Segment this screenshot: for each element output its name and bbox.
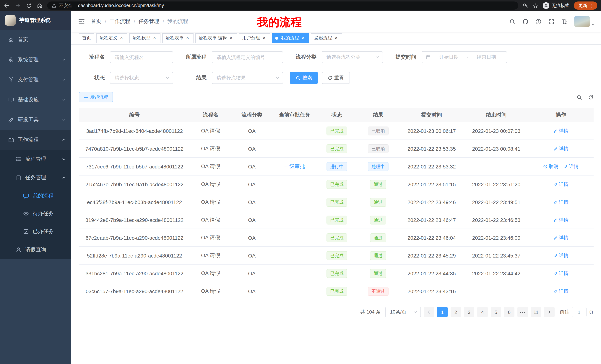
detail-link[interactable]: 详情 xyxy=(553,217,569,223)
sidebar-item-workflow[interactable]: 工作流程 xyxy=(0,130,71,150)
tab-home[interactable]: 首页 xyxy=(79,33,94,43)
status-tag: 已完成 xyxy=(327,215,347,224)
sidebar-item-devtools[interactable]: 研发工具 xyxy=(0,110,71,130)
breadcrumb-item[interactable]: 首页 xyxy=(91,18,101,25)
submit-time-range-picker[interactable]: 开始日期 - 结束日期 xyxy=(421,51,507,63)
app-logo[interactable]: 芋道管理系统 xyxy=(0,11,71,30)
create-process-button[interactable]: 发起流程 xyxy=(79,92,113,102)
toggle-search-icon[interactable] xyxy=(576,95,582,100)
detail-link[interactable]: 详情 xyxy=(553,252,569,259)
page-button-6[interactable]: 6 xyxy=(504,307,514,317)
page-button-1[interactable]: 1 xyxy=(437,307,448,317)
sidebar-item-task-mgmt[interactable]: 任务管理 xyxy=(0,168,71,187)
tab-close-icon[interactable] xyxy=(119,35,124,41)
page-button-2[interactable]: 2 xyxy=(451,307,461,317)
current-task-link[interactable]: 一级审批 xyxy=(284,163,305,169)
page-button-5[interactable]: 5 xyxy=(491,307,501,317)
sidebar-item-system-mgmt[interactable]: 系统管理 xyxy=(0,50,71,70)
chevron-left-icon xyxy=(427,310,431,314)
filter-label-category: 流程分类 xyxy=(290,54,316,60)
sidebar-item-my-process[interactable]: 我的流程 xyxy=(0,187,71,205)
browser-home-icon[interactable] xyxy=(37,3,43,9)
result-select[interactable]: 请选择流结果 xyxy=(212,72,283,84)
font-size-icon[interactable] xyxy=(561,18,568,25)
sidebar-item-done-tasks[interactable]: 已办任务 xyxy=(0,223,71,240)
process-definition-input[interactable] xyxy=(212,51,283,63)
cell-submit-time: 2022-01-23 00:06:17 xyxy=(399,122,464,140)
tab-close-icon[interactable] xyxy=(261,35,267,41)
detail-link[interactable]: 详情 xyxy=(553,288,569,294)
search-button[interactable]: 搜索 xyxy=(290,72,318,84)
filter-label-status: 状态 xyxy=(79,75,105,81)
detail-link[interactable]: 详情 xyxy=(553,145,569,152)
cell-category: OA xyxy=(231,282,273,300)
tab-user-group[interactable]: 用户分组 xyxy=(239,33,270,43)
detail-link[interactable]: 详情 xyxy=(553,181,569,188)
browser-menu-icon[interactable]: ⋮ xyxy=(590,3,594,8)
tab-close-icon[interactable] xyxy=(185,35,190,41)
prev-page-button[interactable] xyxy=(424,307,434,317)
incognito-label: 无痕模式 xyxy=(551,2,570,9)
detail-link[interactable]: 详情 xyxy=(553,199,569,205)
user-menu[interactable] xyxy=(574,16,595,27)
reload-icon[interactable] xyxy=(26,3,31,8)
status-select[interactable]: 请选择状态 xyxy=(110,72,173,84)
bookmark-star-icon[interactable] xyxy=(533,3,538,8)
tab-start-process[interactable]: 发起流程 xyxy=(311,33,342,43)
github-icon[interactable] xyxy=(522,18,529,25)
fullscreen-icon[interactable] xyxy=(548,18,555,25)
breadcrumb-item[interactable]: 任务管理 xyxy=(139,18,159,25)
sidebar-item-infrastructure[interactable]: 基础设施 xyxy=(0,90,71,110)
page-button-3[interactable]: 3 xyxy=(464,307,474,317)
tab-process-model[interactable]: 流程模型 xyxy=(129,33,160,43)
address-bar[interactable]: 不安全 dashboard.yudao.iocoder.cn/bpm/task/… xyxy=(47,1,518,10)
tab-process-definition[interactable]: 流程定义 xyxy=(96,33,127,43)
breadcrumb-item[interactable]: 工作流程 xyxy=(110,18,130,25)
tab-close-icon[interactable] xyxy=(334,35,339,41)
cancel-link[interactable]: 取消 xyxy=(543,163,558,170)
back-icon[interactable] xyxy=(4,3,10,9)
result-tag: 不通过 xyxy=(368,287,389,296)
search-icon[interactable] xyxy=(509,18,516,25)
key-icon[interactable] xyxy=(523,3,528,8)
page-button-4[interactable]: 4 xyxy=(477,307,488,317)
page-button-11[interactable]: 11 xyxy=(531,307,541,317)
update-button[interactable]: 更新 ⋮ xyxy=(574,1,597,10)
next-page-button[interactable] xyxy=(544,307,555,317)
tab-my-process[interactable]: 我的流程 xyxy=(272,33,309,43)
detail-link[interactable]: 详情 xyxy=(553,127,569,134)
cell-category: OA xyxy=(231,140,273,157)
cell-current-task xyxy=(273,140,316,157)
reset-button[interactable]: 重置 xyxy=(322,72,350,84)
more-pages-button[interactable]: ••• xyxy=(517,307,528,317)
sidebar-item-leave-query[interactable]: 请假查询 xyxy=(0,240,71,259)
cell-end-time: 2022-01-22 23:44:42 xyxy=(464,264,528,282)
tab-process-form-edit[interactable]: 流程表单-编辑 xyxy=(195,33,237,43)
refresh-table-icon[interactable] xyxy=(588,95,594,100)
col-header-current-task: 当前审批任务 xyxy=(273,108,316,122)
goto-page-input[interactable] xyxy=(572,307,587,317)
category-select[interactable]: 请选择流程分类 xyxy=(322,51,383,63)
tab-close-icon[interactable] xyxy=(152,35,157,41)
detail-link[interactable]: 详情 xyxy=(553,234,569,241)
process-name-input[interactable] xyxy=(110,51,173,63)
page-size-select[interactable]: 10条/页 xyxy=(385,307,421,317)
avatar xyxy=(574,16,590,27)
sidebar: 芋道管理系统 首页 系统管理 支付管理 xyxy=(0,11,71,364)
edit-icon xyxy=(553,235,558,240)
list-icon xyxy=(16,156,21,162)
forward-icon[interactable] xyxy=(15,3,21,9)
tab-close-icon[interactable] xyxy=(229,35,234,41)
incognito-icon xyxy=(544,3,548,8)
help-icon[interactable] xyxy=(535,18,541,25)
sidebar-item-payment-mgmt[interactable]: 支付管理 xyxy=(0,70,71,90)
sidebar-item-todo-tasks[interactable]: 待办任务 xyxy=(0,205,71,223)
tab-process-form[interactable]: 流程表单 xyxy=(162,33,193,43)
pagination-total: 共 104 条 xyxy=(360,309,381,315)
sidebar-item-home[interactable]: 首页 xyxy=(0,30,71,50)
detail-link[interactable]: 详情 xyxy=(553,270,569,277)
tab-close-icon[interactable] xyxy=(300,35,306,41)
sidebar-item-process-mgmt[interactable]: 流程管理 xyxy=(0,150,71,168)
sidebar-toggle-icon[interactable] xyxy=(78,18,85,25)
detail-link[interactable]: 详情 xyxy=(563,163,579,170)
